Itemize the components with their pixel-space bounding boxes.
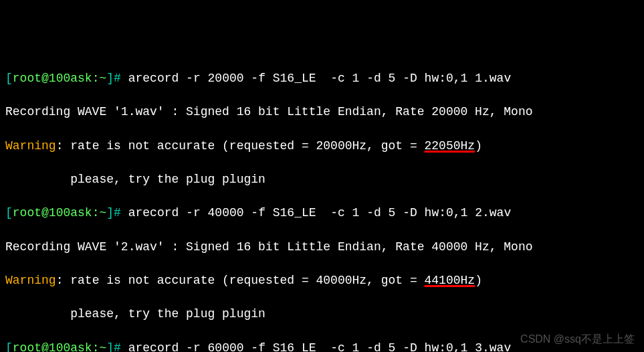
command-arecord-1: arecord -r 20000 -f S16_LE -c 1 -d 5 -D …	[128, 72, 512, 85]
prompt-user: root	[13, 72, 41, 85]
prompt-bracket: [	[5, 341, 13, 352]
terminal-line-1: [root@100ask:~]# arecord -r 20000 -f S16…	[5, 70, 639, 87]
command-arecord-2: arecord -r 40000 -f S16_LE -c 1 -d 5 -D …	[128, 206, 512, 219]
prompt-at: @	[41, 72, 49, 85]
prompt-user: root	[13, 206, 41, 219]
command-arecord-3: arecord -r 60000 -f S16_LE -c 1 -d 5 -D …	[128, 341, 512, 352]
warning-line-1: Warning: rate is not accurate (requested…	[5, 138, 639, 155]
prompt-host: 100ask	[49, 72, 92, 85]
prompt-path: ~	[99, 341, 106, 352]
prompt-colon: :	[92, 341, 100, 352]
warning-text-1b: )	[475, 139, 482, 153]
output-recording-1: Recording WAVE '1.wav' : Signed 16 bit L…	[5, 104, 639, 120]
prompt-host: 100ask	[49, 206, 92, 219]
prompt-colon: :	[92, 206, 100, 219]
prompt-bracket: [	[5, 72, 13, 85]
output-recording-2: Recording WAVE '2.wav' : Signed 16 bit L…	[5, 239, 639, 256]
prompt-at: @	[41, 206, 49, 219]
warning-text-2a: : rate is not accurate (requested = 4000…	[56, 274, 425, 287]
prompt-path: ~	[99, 206, 106, 219]
terminal-line-2: [root@100ask:~]# arecord -r 40000 -f S16…	[5, 205, 639, 222]
warning-rate-1: 22050Hz	[425, 139, 475, 153]
prompt-user: root	[13, 341, 41, 352]
prompt-host: 100ask	[49, 341, 92, 352]
warning-label: Warning	[5, 274, 56, 287]
warning-line-2: Warning: rate is not accurate (requested…	[5, 272, 639, 289]
warning-text-2b: )	[475, 274, 482, 287]
warning-text-1a: : rate is not accurate (requested = 2000…	[56, 139, 425, 153]
watermark: CSDN @ssq不是上上签	[520, 332, 635, 347]
warning-plugin-1: please, try the plug plugin	[5, 171, 639, 188]
warning-rate-2: 44100Hz	[425, 274, 475, 287]
prompt-colon: :	[92, 72, 100, 85]
prompt-close: ]#	[106, 206, 121, 219]
prompt-close: ]#	[106, 72, 121, 85]
prompt-path: ~	[99, 72, 106, 85]
prompt-bracket: [	[5, 206, 13, 219]
warning-label: Warning	[5, 139, 56, 153]
prompt-at: @	[41, 341, 49, 352]
prompt-close: ]#	[106, 341, 121, 352]
warning-plugin-2: please, try the plug plugin	[5, 306, 639, 323]
